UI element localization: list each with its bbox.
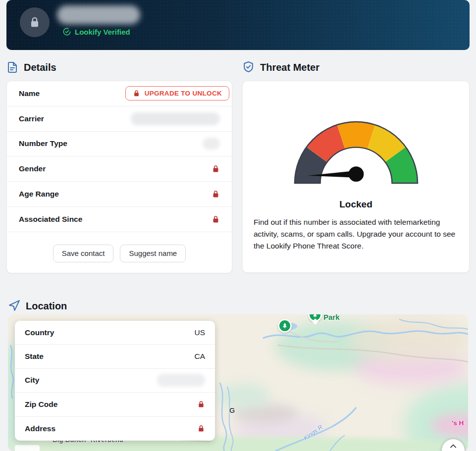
shield-check-icon <box>242 61 255 73</box>
country-value: US <box>194 328 205 337</box>
row-label: Country <box>25 328 54 337</box>
save-contact-button[interactable]: Save contact <box>53 245 114 262</box>
suggest-name-button[interactable]: Suggest name <box>120 245 186 262</box>
details-row-associated-since: Associated Since <box>7 207 232 232</box>
location-title: Location <box>26 300 67 312</box>
lock-icon[interactable] <box>212 164 220 173</box>
threat-header: Threat Meter <box>242 60 470 74</box>
threat-status: Locked <box>243 199 469 210</box>
threat-title: Threat Meter <box>260 61 319 74</box>
details-row-age-range: Age Range <box>7 182 232 207</box>
details-row-number-type: Number Type <box>7 132 232 157</box>
threat-gauge <box>292 119 420 188</box>
check-circle-icon <box>62 27 71 36</box>
lock-icon[interactable] <box>212 215 220 224</box>
avatar <box>20 7 50 37</box>
row-label: Address <box>25 424 55 433</box>
details-row-name: Name UPGRADE TO UNLOCK <box>7 81 232 106</box>
verified-label: Lookify Verified <box>75 28 130 36</box>
row-label: Gender <box>19 164 46 173</box>
threat-card: Locked Find out if this number is associ… <box>242 81 470 273</box>
redacted-carrier-value <box>131 112 220 125</box>
gauge-needle-hub <box>348 166 364 182</box>
location-header: Location <box>8 299 468 312</box>
location-row-country: Country US <box>15 321 215 345</box>
location-card: Country US State CA City Zip Code <box>15 321 215 441</box>
park-map-label: Park <box>323 314 340 321</box>
state-value: CA <box>194 352 205 361</box>
location-section: Location <box>8 299 468 451</box>
threat-description: Find out if this number is associated wi… <box>254 216 458 252</box>
profile-header: Lookify Verified <box>6 0 470 50</box>
lock-icon <box>133 90 140 97</box>
map-control <box>15 445 40 451</box>
row-label: Carrier <box>19 114 44 123</box>
row-label: City <box>25 376 39 385</box>
redacted-city-value <box>157 374 205 387</box>
navigation-arrow-icon <box>8 300 20 312</box>
row-label: Zip Code <box>25 400 57 409</box>
details-row-carrier: Carrier <box>7 106 232 132</box>
upgrade-to-unlock-button[interactable]: UPGRADE TO UNLOCK <box>125 86 229 100</box>
upgrade-label: UPGRADE TO UNLOCK <box>145 90 222 97</box>
hospital-map-label: 's H <box>452 419 464 427</box>
row-label: Associated Since <box>19 215 82 224</box>
lock-icon[interactable] <box>197 400 205 408</box>
location-row-zip: Zip Code <box>15 393 215 416</box>
park-marker[interactable] <box>278 319 292 333</box>
partial-map-label-left: G <box>229 406 235 414</box>
map[interactable]: Park G 's H Big Bunch Riverbend Kings R … <box>8 314 468 451</box>
location-row-address: Address <box>15 417 215 441</box>
row-label: Age Range <box>19 190 59 199</box>
location-row-state: State CA <box>15 345 215 368</box>
details-row-gender: Gender <box>7 156 232 182</box>
lock-icon[interactable] <box>197 424 205 433</box>
document-icon <box>6 61 18 73</box>
phone-report-page: Lookify Verified Details Name <box>0 0 476 451</box>
verified-badge: Lookify Verified <box>62 27 130 36</box>
details-header: Details <box>6 60 232 74</box>
location-row-city: City <box>15 369 215 393</box>
details-card: Name UPGRADE TO UNLOCK Carrier Number Ty… <box>6 81 232 273</box>
chevron-up-icon <box>448 442 458 451</box>
lock-icon <box>28 16 41 29</box>
row-label: State <box>25 352 44 361</box>
details-section: Details Name UPGRADE TO UNLOCK Carrier <box>6 60 232 273</box>
details-title: Details <box>24 61 56 74</box>
redacted-name <box>57 5 140 24</box>
redacted-number-type-value <box>203 138 220 150</box>
row-label: Name <box>19 89 40 98</box>
row-label: Number Type <box>19 139 67 148</box>
threat-meter-section: Threat Meter Locked Find out if this num… <box>242 60 470 273</box>
details-actions: Save contact Suggest name <box>7 232 232 273</box>
lock-icon[interactable] <box>212 190 220 199</box>
